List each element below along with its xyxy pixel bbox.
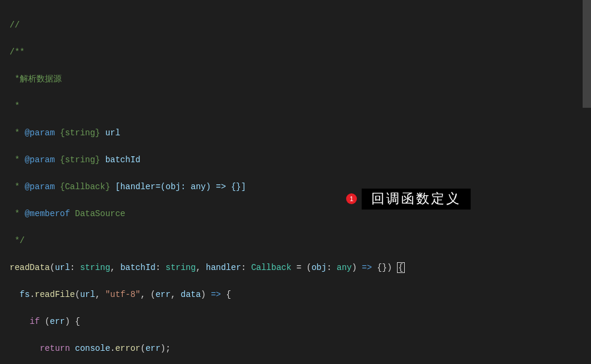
comment-line: // [10, 20, 20, 30]
annotation-badge: 1 [346, 193, 357, 204]
scrollbar-thumb[interactable] [583, 0, 591, 108]
jsdoc-close: */ [10, 236, 25, 245]
jsdoc-blank: * [10, 101, 20, 111]
function-signature: readData(url: string, batchId: string, h… [10, 261, 591, 275]
return-error: return console.error(err); [10, 342, 591, 356]
jsdoc-desc: *解析数据源 [10, 74, 62, 84]
fs-readfile: fs.readFile(url, "utf-8", (err, data) =>… [10, 288, 591, 302]
jsdoc-param-url: * @param {string} url [10, 126, 591, 140]
annotation-text: 回调函数定义 [362, 189, 471, 210]
jsdoc-open: /** [10, 47, 25, 57]
jsdoc-param-batchid: * @param {string} batchId [10, 153, 591, 167]
if-err: if (err) { [10, 315, 591, 329]
vertical-scrollbar[interactable] [583, 0, 591, 364]
bracket-match: { [397, 262, 404, 273]
annotation-overlay: 1 回调函数定义 [346, 189, 471, 210]
jsdoc-memberof: * @memberof DataSource [10, 207, 591, 221]
jsdoc-param-handler: * @param {Callback} [handler=(obj: any) … [10, 180, 591, 194]
code-editor[interactable]: // /** *解析数据源 * * @param {string} url * … [0, 0, 591, 364]
